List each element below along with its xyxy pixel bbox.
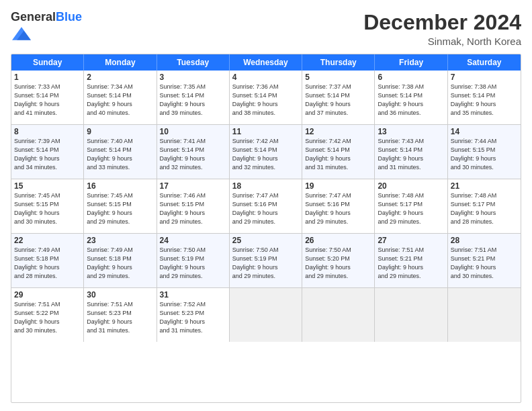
title-main: December 2024 xyxy=(363,11,521,34)
day-info: Sunrise: 7:34 AM Sunset: 5:14 PM Dayligh… xyxy=(87,83,153,118)
calendar-cell xyxy=(230,288,302,342)
calendar-cell: 21Sunrise: 7:48 AM Sunset: 5:17 PM Dayli… xyxy=(448,179,521,233)
calendar-cell: 16Sunrise: 7:45 AM Sunset: 5:15 PM Dayli… xyxy=(84,179,157,233)
day-number: 3 xyxy=(160,73,226,82)
day-info: Sunrise: 7:43 AM Sunset: 5:14 PM Dayligh… xyxy=(378,137,444,172)
calendar-cell: 12Sunrise: 7:42 AM Sunset: 5:14 PM Dayli… xyxy=(302,125,375,179)
day-info: Sunrise: 7:33 AM Sunset: 5:14 PM Dayligh… xyxy=(14,83,81,118)
day-number: 25 xyxy=(232,236,299,245)
logo-icon xyxy=(12,24,31,43)
day-number: 16 xyxy=(87,181,153,191)
day-info: Sunrise: 7:51 AM Sunset: 5:23 PM Dayligh… xyxy=(87,300,153,335)
calendar-cell: 22Sunrise: 7:49 AM Sunset: 5:18 PM Dayli… xyxy=(11,234,84,287)
day-number: 15 xyxy=(14,181,81,191)
day-info: Sunrise: 7:50 AM Sunset: 5:20 PM Dayligh… xyxy=(305,246,371,281)
calendar-header-day: Tuesday xyxy=(157,54,230,71)
day-info: Sunrise: 7:46 AM Sunset: 5:15 PM Dayligh… xyxy=(160,191,226,226)
day-info: Sunrise: 7:48 AM Sunset: 5:17 PM Dayligh… xyxy=(451,191,518,226)
calendar-cell xyxy=(448,288,521,342)
day-number: 22 xyxy=(14,236,81,245)
calendar-cell: 4Sunrise: 7:36 AM Sunset: 5:14 PM Daylig… xyxy=(230,71,302,124)
calendar-cell: 3Sunrise: 7:35 AM Sunset: 5:14 PM Daylig… xyxy=(157,71,230,124)
calendar-cell xyxy=(375,288,447,342)
day-number: 12 xyxy=(305,127,371,136)
calendar-cell: 23Sunrise: 7:49 AM Sunset: 5:18 PM Dayli… xyxy=(84,234,157,287)
calendar-cell xyxy=(302,288,375,342)
day-info: Sunrise: 7:42 AM Sunset: 5:14 PM Dayligh… xyxy=(305,137,371,172)
day-number: 13 xyxy=(378,127,444,136)
day-number: 20 xyxy=(378,181,444,191)
day-number: 27 xyxy=(378,236,444,245)
calendar-cell: 28Sunrise: 7:51 AM Sunset: 5:21 PM Dayli… xyxy=(448,234,521,287)
day-number: 5 xyxy=(305,73,371,82)
day-info: Sunrise: 7:47 AM Sunset: 5:16 PM Dayligh… xyxy=(232,191,299,226)
day-number: 29 xyxy=(14,290,81,300)
calendar-cell: 2Sunrise: 7:34 AM Sunset: 5:14 PM Daylig… xyxy=(84,71,157,124)
day-info: Sunrise: 7:52 AM Sunset: 5:23 PM Dayligh… xyxy=(160,300,226,335)
header: GeneralBlue December 2024 Sinmak, North … xyxy=(11,11,521,47)
day-number: 19 xyxy=(305,181,371,191)
day-info: Sunrise: 7:51 AM Sunset: 5:22 PM Dayligh… xyxy=(14,300,81,335)
calendar-cell: 19Sunrise: 7:47 AM Sunset: 5:16 PM Dayli… xyxy=(302,179,375,233)
day-info: Sunrise: 7:48 AM Sunset: 5:17 PM Dayligh… xyxy=(378,191,444,226)
day-number: 8 xyxy=(14,127,81,136)
day-number: 9 xyxy=(87,127,153,136)
day-number: 7 xyxy=(451,73,518,82)
calendar-cell: 14Sunrise: 7:44 AM Sunset: 5:15 PM Dayli… xyxy=(448,125,521,179)
calendar-cell: 31Sunrise: 7:52 AM Sunset: 5:23 PM Dayli… xyxy=(157,288,230,342)
day-number: 28 xyxy=(451,236,518,245)
calendar-cell: 1Sunrise: 7:33 AM Sunset: 5:14 PM Daylig… xyxy=(11,71,84,124)
calendar-header-day: Monday xyxy=(84,54,157,71)
day-info: Sunrise: 7:45 AM Sunset: 5:15 PM Dayligh… xyxy=(87,191,153,226)
day-number: 14 xyxy=(451,127,518,136)
calendar-header-day: Sunday xyxy=(11,54,84,71)
calendar-cell: 15Sunrise: 7:45 AM Sunset: 5:15 PM Dayli… xyxy=(11,179,84,233)
calendar-week: 8Sunrise: 7:39 AM Sunset: 5:14 PM Daylig… xyxy=(11,124,521,179)
day-info: Sunrise: 7:39 AM Sunset: 5:14 PM Dayligh… xyxy=(14,137,81,172)
day-info: Sunrise: 7:37 AM Sunset: 5:14 PM Dayligh… xyxy=(305,83,371,118)
logo-blue-text: Blue xyxy=(56,10,82,24)
calendar-cell: 29Sunrise: 7:51 AM Sunset: 5:22 PM Dayli… xyxy=(11,288,84,342)
calendar-cell: 5Sunrise: 7:37 AM Sunset: 5:14 PM Daylig… xyxy=(302,71,375,124)
day-number: 2 xyxy=(87,73,153,82)
day-info: Sunrise: 7:51 AM Sunset: 5:21 PM Dayligh… xyxy=(451,246,518,281)
calendar-cell: 8Sunrise: 7:39 AM Sunset: 5:14 PM Daylig… xyxy=(11,125,84,179)
day-number: 17 xyxy=(160,181,226,191)
day-number: 6 xyxy=(378,73,444,82)
calendar: SundayMondayTuesdayWednesdayThursdayFrid… xyxy=(11,54,521,403)
calendar-cell: 9Sunrise: 7:40 AM Sunset: 5:14 PM Daylig… xyxy=(84,125,157,179)
day-info: Sunrise: 7:45 AM Sunset: 5:15 PM Dayligh… xyxy=(14,191,81,226)
day-info: Sunrise: 7:42 AM Sunset: 5:14 PM Dayligh… xyxy=(232,137,299,172)
calendar-header-day: Thursday xyxy=(302,54,375,71)
day-info: Sunrise: 7:49 AM Sunset: 5:18 PM Dayligh… xyxy=(87,246,153,281)
calendar-week: 29Sunrise: 7:51 AM Sunset: 5:22 PM Dayli… xyxy=(11,287,521,342)
day-number: 21 xyxy=(451,181,518,191)
calendar-cell: 7Sunrise: 7:38 AM Sunset: 5:14 PM Daylig… xyxy=(448,71,521,124)
page: GeneralBlue December 2024 Sinmak, North … xyxy=(0,0,532,411)
day-info: Sunrise: 7:38 AM Sunset: 5:14 PM Dayligh… xyxy=(451,83,518,118)
calendar-cell: 24Sunrise: 7:50 AM Sunset: 5:19 PM Dayli… xyxy=(157,234,230,287)
calendar-header-day: Saturday xyxy=(448,54,521,71)
calendar-header-day: Friday xyxy=(375,54,447,71)
calendar-cell: 26Sunrise: 7:50 AM Sunset: 5:20 PM Dayli… xyxy=(302,234,375,287)
calendar-week: 15Sunrise: 7:45 AM Sunset: 5:15 PM Dayli… xyxy=(11,179,521,233)
calendar-cell: 27Sunrise: 7:51 AM Sunset: 5:21 PM Dayli… xyxy=(375,234,447,287)
title-sub: Sinmak, North Korea xyxy=(363,36,521,47)
calendar-cell: 25Sunrise: 7:50 AM Sunset: 5:19 PM Dayli… xyxy=(230,234,302,287)
day-number: 1 xyxy=(14,73,81,82)
day-info: Sunrise: 7:35 AM Sunset: 5:14 PM Dayligh… xyxy=(160,83,226,118)
day-number: 23 xyxy=(87,236,153,245)
day-info: Sunrise: 7:36 AM Sunset: 5:14 PM Dayligh… xyxy=(232,83,299,118)
day-info: Sunrise: 7:44 AM Sunset: 5:15 PM Dayligh… xyxy=(451,137,518,172)
day-number: 26 xyxy=(305,236,371,245)
day-info: Sunrise: 7:47 AM Sunset: 5:16 PM Dayligh… xyxy=(305,191,371,226)
day-info: Sunrise: 7:51 AM Sunset: 5:21 PM Dayligh… xyxy=(378,246,444,281)
day-info: Sunrise: 7:38 AM Sunset: 5:14 PM Dayligh… xyxy=(378,83,444,118)
day-number: 24 xyxy=(160,236,226,245)
day-number: 10 xyxy=(160,127,226,136)
day-number: 18 xyxy=(232,181,299,191)
calendar-cell: 11Sunrise: 7:42 AM Sunset: 5:14 PM Dayli… xyxy=(230,125,302,179)
day-info: Sunrise: 7:49 AM Sunset: 5:18 PM Dayligh… xyxy=(14,246,81,281)
calendar-week: 1Sunrise: 7:33 AM Sunset: 5:14 PM Daylig… xyxy=(11,71,521,124)
calendar-cell: 17Sunrise: 7:46 AM Sunset: 5:15 PM Dayli… xyxy=(157,179,230,233)
